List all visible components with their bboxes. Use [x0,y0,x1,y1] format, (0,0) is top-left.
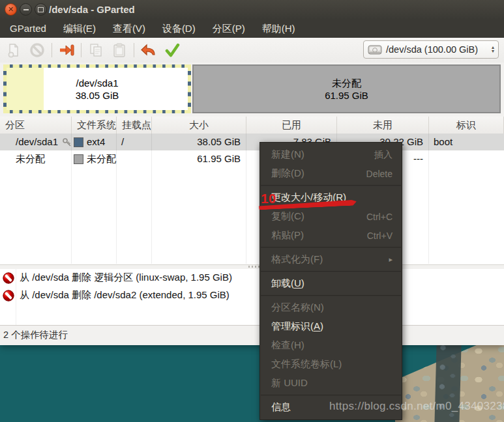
menu-item-label: 新 UUID [271,377,308,389]
operation-row[interactable]: 从 /dev/sda 删除 /dev/sda2 (extended, 1.95 … [0,287,504,304]
menu-item-accel: Ctrl+C [366,212,393,222]
menu-item-label: 管理标识(A) [271,320,323,333]
column-divider [246,134,246,264]
maximize-button[interactable] [35,3,47,16]
column-header[interactable]: 文件系统 [72,117,117,134]
operation-text: 从 /dev/sda 删除 /dev/sda2 (extended, 1.95 … [20,289,230,302]
resize-arrow-icon [58,42,75,58]
toolbar-separator [134,43,134,57]
close-button[interactable]: ✕ [5,3,17,16]
menu-separator [261,295,401,296]
partition-block-sda1[interactable]: /dev/sda1 38.05 GiB [3,64,191,113]
cell-filesystem: 未分配 [72,150,117,167]
menu-separator [261,247,401,248]
undo-arrow-icon [140,42,157,58]
menu-item: 格式化为(F)▸ [260,250,402,269]
menu-item-label: 检查(H) [271,339,304,352]
column-header[interactable]: 标识 [429,117,504,134]
spinner-arrows-icon[interactable]: ▴▾ [492,46,494,53]
menu-item[interactable]: 管理标识(A) [260,317,402,336]
menu-item: 复制(C)Ctrl+C [260,207,402,226]
paste-button [108,40,130,60]
menu-item-label: 文件系统卷标(L) [271,358,342,371]
hard-drive-icon [368,44,382,55]
menu-item: 新 UUID [260,374,402,393]
unallocated-block-label: 未分配 61.95 GiB [194,66,499,112]
menu-item-label: 新建(N) [271,148,304,161]
toolbar-separator [81,43,82,57]
toolbar-separator [52,43,52,57]
menu-item[interactable]: 卸载(U) [260,274,402,293]
minimize-button[interactable] [20,3,32,16]
delete-partition-button [26,40,48,60]
partition-block-unallocated[interactable]: 未分配 61.95 GiB [192,64,501,113]
menubar-item-0[interactable]: GParted [1,20,55,37]
device-selector[interactable]: /dev/sda (100.00 GiB) ▴▾ [363,40,499,59]
operation-row[interactable]: 从 /dev/sda 删除 逻辑分区 (linux-swap, 1.95 GiB… [0,269,504,287]
menu-item: 删除(D)Delete [260,164,402,183]
key-icon [62,137,72,147]
menu-separator [261,395,401,396]
menu-item-label: 格式化为(F) [271,253,323,266]
forbidden-icon [29,42,45,58]
column-divider [116,134,117,264]
partition-context-menu: 新建(N)插入删除(D)Delete更改大小/移动(R)复制(C)Ctrl+C粘… [259,142,402,420]
titlebar[interactable]: ✕ /dev/sda - GParted [0,0,504,20]
cell-filesystem: ext4 [72,134,117,150]
delete-operation-icon [3,272,14,284]
column-header[interactable]: 未用 [337,117,429,134]
minimize-icon [23,9,29,10]
column-divider [151,134,152,264]
operation-text: 从 /dev/sda 删除 逻辑分区 (linux-swap, 1.95 GiB… [20,272,232,284]
undo-button[interactable] [138,40,160,60]
document-new-icon [6,42,22,58]
column-header[interactable]: 大小 [152,117,246,134]
menubar-item-3[interactable]: 设备(D) [154,20,204,37]
annotation-number: 10 [261,191,276,206]
resize-move-button[interactable] [55,40,78,60]
menubar-item-2[interactable]: 查看(V) [104,20,154,37]
unallocated-block-name: 未分配 [332,77,361,89]
column-header[interactable]: 已用 [246,117,337,134]
paste-icon [111,42,127,58]
menubar-item-5[interactable]: 帮助(H) [254,20,304,37]
table-header: 分区文件系统挂载点大小已用未用标识 [0,117,504,134]
green-check-icon [164,42,181,58]
apply-button[interactable] [161,40,183,60]
menu-item: 分区名称(N) [260,298,402,317]
menu-item-accel: Delete [366,169,393,179]
menu-item: 粘贴(P)Ctrl+V [260,226,402,245]
cell-partition: 未分配 [0,150,72,167]
menu-item-label: 卸载(U) [271,277,304,290]
filesystem-name: ext4 [87,134,105,150]
menubar-item-4[interactable]: 分区(P) [204,20,254,37]
cell-partition: /dev/sda1 [0,134,72,150]
menubar-item-1[interactable]: 编辑(E) [55,20,104,37]
column-header[interactable]: 分区 [0,117,72,134]
partition-name: /dev/sda1 [16,134,58,150]
cell-mountpoint: / [117,134,152,150]
menu-item-label: 复制(C) [271,210,304,223]
pending-operations-text: 2 个操作待进行 [3,326,68,344]
filesystem-color-swatch [74,154,83,164]
partition-block-size: 38.05 GiB [76,89,119,102]
menu-item-label: 删除(D) [271,167,304,180]
menu-item-label: 粘贴(P) [271,229,304,242]
watermark: https://blog.csdn.net/m0_43403238 [329,400,504,413]
column-divider [428,134,429,264]
menu-separator [261,185,401,186]
splitter-grip-icon [248,266,260,268]
menu-item-accel: Ctrl+V [367,231,393,241]
menu-item-label: 分区名称(N) [271,302,324,314]
cell-mountpoint [117,150,152,167]
partition-name: 未分配 [16,150,45,167]
filesystem-color-swatch [74,137,83,147]
cell-size: 38.05 GiB [152,134,246,150]
cell-flags: boot [429,134,504,150]
window-title: /dev/sda - GParted [49,0,135,20]
delete-operation-icon [3,290,14,302]
menubar: GParted编辑(E)查看(V)设备(D)分区(P)帮助(H) [0,20,504,38]
copy-button [85,40,107,60]
menu-separator [261,271,401,272]
column-header[interactable]: 挂载点 [117,117,152,134]
